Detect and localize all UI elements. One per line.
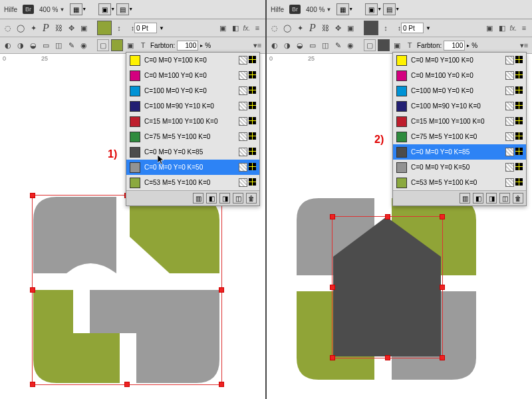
swatch-view-icon[interactable]: ◨	[486, 193, 497, 203]
formatting-text-icon[interactable]: T	[404, 40, 415, 51]
tool-4-icon[interactable]: ▭	[307, 40, 318, 51]
selection-box[interactable]	[32, 195, 222, 385]
swatch-row[interactable]: C=100 M=0 Y=0 K=0	[126, 83, 259, 98]
effects-icon[interactable]: fx.	[243, 25, 250, 32]
stroke-weight-input[interactable]	[401, 23, 424, 33]
panel-menu-icon[interactable]: ▾≡	[519, 40, 529, 51]
bridge-button[interactable]: Br	[289, 5, 301, 14]
zoom-dropdown[interactable]: 400 % ▼	[39, 6, 65, 13]
effects-icon[interactable]: fx.	[509, 25, 517, 32]
swatch-row[interactable]: C=0 M=0 Y=0 K=50	[393, 160, 526, 175]
fill-swatch[interactable]	[364, 21, 378, 35]
tool-3-icon[interactable]: ◒	[28, 40, 39, 51]
formatting-container-icon[interactable]: ▣	[125, 40, 136, 51]
swatch-row[interactable]: C=100 M=0 Y=0 K=0	[393, 83, 526, 98]
fill-swatch[interactable]	[97, 21, 112, 35]
swatch-row[interactable]: C=100 M=90 Y=10 K=0	[393, 98, 526, 114]
paragraph-style-icon[interactable]: P	[41, 23, 51, 33]
swatch-row[interactable]: C=53 M=5 Y=100 K=0	[126, 175, 259, 190]
stroke-color-swatch[interactable]	[378, 39, 390, 51]
formatting-text-icon[interactable]: T	[138, 40, 148, 51]
swatch-row[interactable]: C=75 M=5 Y=100 K=0	[126, 129, 259, 144]
new-color-group-icon[interactable]: ▥	[193, 193, 203, 203]
swatch-row[interactable]: C=0 M=0 Y=0 K=85	[393, 144, 526, 160]
view-options-icon[interactable]: ▦▼	[70, 3, 82, 15]
swatch-row[interactable]: C=100 M=90 Y=10 K=0	[126, 98, 259, 114]
frame-fit-icon[interactable]: ▣	[484, 23, 495, 33]
tool-2-icon[interactable]: ◑	[282, 40, 293, 51]
none-color-icon[interactable]: ▢	[97, 39, 109, 51]
chain-icon[interactable]: ⛓	[53, 23, 64, 33]
tool-1-icon[interactable]: ◐	[269, 40, 280, 51]
tool-5-icon[interactable]: ◫	[320, 40, 331, 51]
object-icon[interactable]: ▣	[78, 23, 89, 33]
menu-help[interactable]: Hilfe	[4, 6, 17, 13]
swatch-row[interactable]: C=53 M=5 Y=100 K=0	[393, 175, 526, 190]
frame-fit-icon[interactable]: ▣	[217, 23, 228, 33]
compass-icon[interactable]: ✥	[332, 23, 343, 33]
none-color-icon[interactable]: ▢	[364, 39, 376, 51]
swatch-row[interactable]: C=0 M=0 Y=0 K=85	[126, 144, 259, 160]
arrange-icon[interactable]: ▤▼	[116, 3, 129, 15]
tool-6-icon[interactable]: ✎	[332, 40, 343, 51]
menu-icon[interactable]: ≡	[519, 23, 529, 33]
new-icon[interactable]: ◫	[499, 193, 510, 203]
formatting-container-icon[interactable]: ▣	[392, 40, 402, 51]
new-color-group-icon[interactable]: ▥	[460, 193, 470, 203]
object-icon[interactable]: ▣	[345, 23, 356, 33]
screen-mode-icon[interactable]: ▣▼	[365, 3, 378, 15]
stroke-weight-input[interactable]	[134, 23, 157, 33]
stroke-weight[interactable]: ↕▼	[131, 23, 164, 33]
menu-help[interactable]: Hilfe	[271, 6, 284, 13]
tool-2-icon[interactable]: ◑	[15, 40, 26, 51]
circle-dotted-icon[interactable]: ◌	[269, 23, 280, 33]
trash-icon[interactable]: 🗑	[513, 193, 523, 203]
tool-7-icon[interactable]: ◉	[345, 40, 356, 51]
circle-dotted-icon[interactable]: ◌	[3, 23, 13, 33]
wand-icon[interactable]: ✦	[295, 23, 305, 33]
tool-1-icon[interactable]: ◐	[3, 40, 13, 51]
menu-icon[interactable]: ≡	[252, 23, 263, 33]
tool-4-icon[interactable]: ▭	[41, 40, 51, 51]
swatch-row[interactable]: C=0 M=0 Y=100 K=0	[393, 53, 526, 68]
swatch-row[interactable]: C=0 M=0 Y=100 K=0	[126, 53, 259, 68]
swap-fill-icon[interactable]: ↕	[380, 23, 391, 33]
arrange-icon[interactable]: ▤▼	[383, 3, 396, 15]
circle-dashed-icon[interactable]: ◯	[15, 23, 26, 33]
swatch-row[interactable]: C=15 M=100 Y=100 K=0	[393, 114, 526, 129]
chain-icon[interactable]: ⛓	[320, 23, 331, 33]
wrap-icon[interactable]: ◧	[497, 23, 507, 33]
swatch-type-icons	[505, 86, 523, 95]
selection-box[interactable]	[332, 216, 443, 358]
paragraph-style-icon[interactable]: P	[307, 23, 318, 33]
wand-icon[interactable]: ✦	[28, 23, 39, 33]
screen-mode-icon[interactable]: ▣▼	[98, 3, 111, 15]
new-swatch-icon[interactable]: ◧	[206, 193, 217, 203]
new-icon[interactable]: ◫	[233, 193, 243, 203]
tool-6-icon[interactable]: ✎	[66, 40, 76, 51]
new-swatch-icon[interactable]: ◧	[473, 193, 483, 203]
swatch-view-icon[interactable]: ◨	[219, 193, 230, 203]
swap-fill-icon[interactable]: ↕	[114, 23, 124, 33]
swatch-row[interactable]: C=0 M=100 Y=0 K=0	[393, 68, 526, 83]
swatch-type-icons	[505, 132, 523, 141]
tint-input[interactable]	[177, 41, 198, 51]
bridge-button[interactable]: Br	[23, 5, 34, 14]
tool-3-icon[interactable]: ◒	[295, 40, 305, 51]
swatch-row[interactable]: C=75 M=5 Y=100 K=0	[393, 129, 526, 144]
trash-icon[interactable]: 🗑	[246, 193, 257, 203]
wrap-icon[interactable]: ◧	[230, 23, 241, 33]
swatch-row[interactable]: C=0 M=0 Y=0 K=50	[126, 160, 259, 175]
view-options-icon[interactable]: ▦▼	[336, 3, 349, 15]
tool-7-icon[interactable]: ◉	[78, 40, 89, 51]
tool-5-icon[interactable]: ◫	[53, 40, 64, 51]
panel-menu-icon[interactable]: ▾≡	[252, 40, 263, 51]
stroke-weight[interactable]: ↕▼	[398, 23, 431, 33]
compass-icon[interactable]: ✥	[66, 23, 76, 33]
stroke-color-swatch[interactable]	[111, 39, 123, 51]
tint-input[interactable]	[444, 41, 465, 51]
zoom-dropdown[interactable]: 400 % ▼	[306, 6, 331, 13]
circle-dashed-icon[interactable]: ◯	[282, 23, 293, 33]
swatch-row[interactable]: C=0 M=100 Y=0 K=0	[126, 68, 259, 83]
swatch-row[interactable]: C=15 M=100 Y=100 K=0	[126, 114, 259, 129]
